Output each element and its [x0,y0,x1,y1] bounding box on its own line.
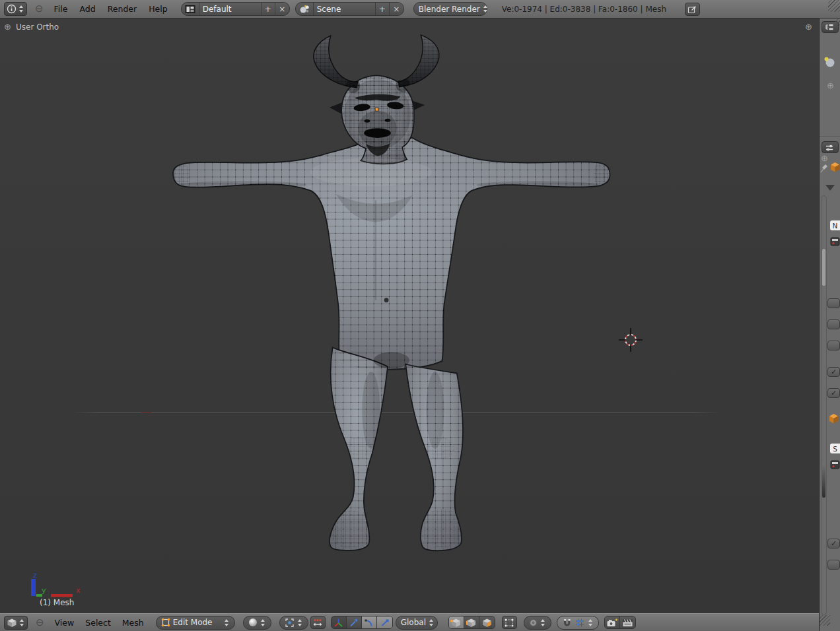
proportional-edit-dropdown[interactable] [524,616,551,630]
screen-layout-close-button[interactable]: × [275,3,289,15]
scrollbar-thumb[interactable] [822,249,825,286]
mesh-data-cube-icon[interactable] [828,413,839,424]
chevron-updown-icon [260,618,266,627]
clapperboard-icon [622,618,633,628]
scale-icon [380,618,390,628]
strip-grip[interactable] [835,18,840,28]
scene-statistics: Ve:0-1974 | Ed:0-3838 | Fa:0-1860 | Mesh [502,5,666,14]
menu-render[interactable]: Render [106,3,139,15]
menu-mesh[interactable]: Mesh [121,616,145,629]
occlude-geometry-icon [504,618,514,628]
orientation-dropdown[interactable]: Global [396,616,438,630]
menu-view[interactable]: View [53,616,76,629]
render-engine-dropdown[interactable]: Blender Render [413,2,487,16]
editor-type-button-info[interactable] [4,2,27,16]
scrollbar-thumb[interactable] [822,463,825,498]
screen-layout-name-field[interactable]: Default [199,3,262,15]
scene-data-icon[interactable] [830,459,840,470]
header-resize-grip[interactable] [828,0,840,12]
expand-icon[interactable]: ⊕ [821,153,828,163]
pin-icon[interactable] [820,162,829,174]
render-opengl-animation-button[interactable] [620,616,635,628]
viewport-header: ⊖ View Select Mesh Edit Mode Global [0,613,819,631]
shading-sphere-icon [248,618,258,627]
mode-dropdown[interactable]: Edit Mode [156,616,235,630]
collapse-menus-icon[interactable]: ⊖ [35,4,44,14]
checkbox-checked[interactable]: ✓ [827,367,840,377]
camera-icon [606,618,617,628]
chevron-updown-icon [429,618,435,627]
chevron-updown-icon [588,618,594,627]
rotate-manipulator-button[interactable] [362,616,377,628]
render-opengl-still-button[interactable] [605,616,620,628]
duplicate-window-button[interactable] [685,3,700,16]
checkbox[interactable] [827,560,840,570]
screen-layout-browse-button[interactable] [182,3,199,15]
scale-manipulator-button[interactable] [377,616,392,628]
corner-resize-grip[interactable] [820,615,830,626]
manipulate-centers-toggle[interactable] [310,616,326,629]
expand-icon[interactable]: ⊕ [827,81,834,90]
render-layers-icon[interactable] [830,236,840,247]
viewport-3d[interactable]: ⊕ User Ortho ⊕ [0,18,819,613]
pivot-point-icon [285,618,295,628]
screen-layout-add-button[interactable]: + [262,3,275,15]
selected-vertex[interactable] [375,108,378,111]
menu-help[interactable]: Help [147,3,169,15]
scene-close-button[interactable]: × [390,3,403,15]
chevron-updown-icon [224,618,230,627]
panel-collapse-triangle[interactable] [825,185,835,191]
vertex-select-button[interactable] [449,616,464,628]
pivot-point-dropdown[interactable] [279,616,308,630]
strip-scrollbar[interactable] [821,195,827,615]
scene-name-field[interactable]: Scene [314,3,376,15]
rotate-icon [364,618,374,628]
editor-type-button-3dview[interactable] [4,616,28,630]
menu-select[interactable]: Select [84,616,112,629]
top-header: ⊖ File Add Render Help Default + × Scene… [0,0,840,18]
checkbox-checked[interactable]: ✓ [827,388,840,398]
translate-icon [349,618,359,628]
collapse-menus-icon[interactable]: ⊖ [36,618,44,628]
info-icon [7,4,17,14]
object-sphere-icon [823,55,836,69]
viewport-shading-dropdown[interactable] [243,616,271,630]
face-select-button[interactable] [479,616,495,628]
proportional-circle-icon [529,618,538,627]
render-buttons-group [604,616,636,629]
outliner-icon [824,23,835,31]
checkbox[interactable] [827,298,840,308]
scene-add-button[interactable]: + [376,3,390,15]
checkbox-checked[interactable]: ✓ [827,539,840,548]
scene-selector: Scene + × [295,2,404,16]
orientation-value: Global [401,618,426,627]
blender-window: { "top_header": { "editor_type": "info-e… [0,0,840,631]
chevron-updown-icon [297,618,303,627]
scene-browse-button[interactable] [296,3,314,15]
snap-magnet-icon[interactable] [562,618,572,628]
menu-add[interactable]: Add [79,3,97,15]
object-data-cube-icon[interactable] [829,162,840,173]
panel-label-fragment: S [830,444,840,453]
axis-x-label: x [76,586,81,595]
new-window-icon [687,5,697,14]
translate-manipulator-button[interactable] [347,616,362,628]
edit-mode-icon [161,618,170,627]
editor-type-button-properties[interactable] [822,141,839,153]
manipulator-group [331,616,393,629]
snap-element-icon[interactable] [575,618,585,628]
axis-y-label: y [42,586,46,595]
checkbox[interactable] [827,319,840,329]
editor-divider[interactable] [820,136,840,137]
edge-select-button[interactable] [464,616,479,628]
manipulator-toggle-button[interactable] [332,616,347,628]
checkbox[interactable] [827,341,840,350]
chevron-updown-icon [483,5,489,13]
snap-group [557,616,599,630]
viewport-canvas[interactable] [0,18,819,613]
limit-selection-visible-button[interactable] [502,616,517,629]
chevron-updown-icon [540,618,546,627]
minotaur-mesh[interactable] [172,35,611,550]
right-panel-strip[interactable]: ⊕ ⊕ N ✓ ✓ S ✓ [819,18,840,631]
menu-file[interactable]: File [53,3,69,15]
